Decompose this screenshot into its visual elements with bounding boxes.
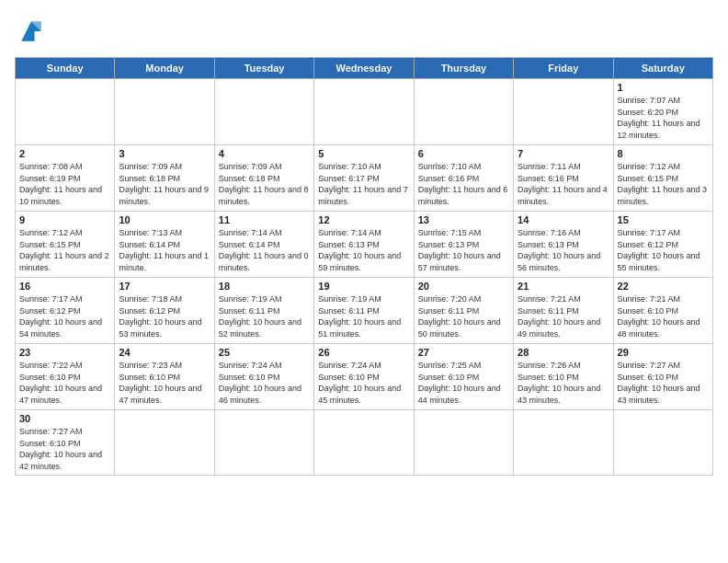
- calendar-cell: 21Sunrise: 7:21 AM Sunset: 6:11 PM Dayli…: [514, 278, 613, 344]
- day-of-week-header: Friday: [514, 58, 613, 79]
- calendar-cell: 23Sunrise: 7:22 AM Sunset: 6:10 PM Dayli…: [16, 344, 115, 410]
- day-info: Sunrise: 7:26 AM Sunset: 6:10 PM Dayligh…: [518, 360, 609, 406]
- day-info: Sunrise: 7:21 AM Sunset: 6:11 PM Dayligh…: [518, 293, 609, 339]
- day-info: Sunrise: 7:12 AM Sunset: 6:15 PM Dayligh…: [19, 227, 110, 273]
- calendar-cell: 4Sunrise: 7:09 AM Sunset: 6:18 PM Daylig…: [214, 145, 313, 212]
- calendar-cell: 16Sunrise: 7:17 AM Sunset: 6:12 PM Dayli…: [16, 278, 115, 344]
- calendar-cell: 18Sunrise: 7:19 AM Sunset: 6:11 PM Dayli…: [214, 278, 313, 344]
- day-info: Sunrise: 7:27 AM Sunset: 6:10 PM Dayligh…: [618, 360, 709, 406]
- day-info: Sunrise: 7:08 AM Sunset: 6:19 PM Dayligh…: [19, 161, 110, 207]
- day-info: Sunrise: 7:23 AM Sunset: 6:10 PM Dayligh…: [119, 360, 210, 406]
- day-of-week-header: Thursday: [414, 58, 513, 79]
- calendar-cell: 1Sunrise: 7:07 AM Sunset: 6:20 PM Daylig…: [613, 79, 712, 145]
- day-number: 27: [418, 347, 509, 358]
- calendar-cell: 8Sunrise: 7:12 AM Sunset: 6:15 PM Daylig…: [613, 145, 712, 212]
- day-number: 11: [219, 214, 310, 225]
- calendar-cell: 13Sunrise: 7:15 AM Sunset: 6:13 PM Dayli…: [414, 212, 513, 278]
- calendar-cell: 30Sunrise: 7:27 AM Sunset: 6:10 PM Dayli…: [16, 410, 115, 476]
- calendar-cell: 2Sunrise: 7:08 AM Sunset: 6:19 PM Daylig…: [16, 145, 115, 212]
- day-number: 21: [518, 281, 609, 292]
- calendar-header-row: SundayMondayTuesdayWednesdayThursdayFrid…: [16, 58, 713, 79]
- day-info: Sunrise: 7:17 AM Sunset: 6:12 PM Dayligh…: [618, 227, 709, 273]
- calendar-cell: 15Sunrise: 7:17 AM Sunset: 6:12 PM Dayli…: [613, 212, 712, 278]
- day-number: 30: [19, 413, 110, 424]
- calendar-cell: 5Sunrise: 7:10 AM Sunset: 6:17 PM Daylig…: [314, 145, 414, 212]
- calendar-week-row: 23Sunrise: 7:22 AM Sunset: 6:10 PM Dayli…: [16, 344, 713, 410]
- day-number: 1: [618, 82, 709, 93]
- day-info: Sunrise: 7:12 AM Sunset: 6:15 PM Dayligh…: [618, 161, 709, 207]
- day-number: 9: [19, 214, 110, 225]
- day-number: 17: [119, 281, 210, 292]
- calendar-week-row: 2Sunrise: 7:08 AM Sunset: 6:19 PM Daylig…: [16, 145, 713, 212]
- generalblue-icon: [15, 15, 48, 48]
- day-info: Sunrise: 7:09 AM Sunset: 6:18 PM Dayligh…: [119, 161, 210, 207]
- day-info: Sunrise: 7:14 AM Sunset: 6:13 PM Dayligh…: [318, 227, 409, 273]
- day-of-week-header: Saturday: [613, 58, 712, 79]
- day-of-week-header: Monday: [115, 58, 214, 79]
- calendar-week-row: 1Sunrise: 7:07 AM Sunset: 6:20 PM Daylig…: [16, 79, 713, 145]
- calendar-cell: 14Sunrise: 7:16 AM Sunset: 6:13 PM Dayli…: [514, 212, 613, 278]
- calendar-week-row: 16Sunrise: 7:17 AM Sunset: 6:12 PM Dayli…: [16, 278, 713, 344]
- day-number: 23: [19, 347, 110, 358]
- day-of-week-header: Sunday: [16, 58, 115, 79]
- day-number: 5: [318, 148, 409, 159]
- day-number: 8: [618, 148, 709, 159]
- day-of-week-header: Tuesday: [214, 58, 313, 79]
- calendar-cell: 20Sunrise: 7:20 AM Sunset: 6:11 PM Dayli…: [414, 278, 513, 344]
- day-number: 7: [518, 148, 609, 159]
- day-info: Sunrise: 7:24 AM Sunset: 6:10 PM Dayligh…: [318, 360, 409, 406]
- calendar-cell: 12Sunrise: 7:14 AM Sunset: 6:13 PM Dayli…: [314, 212, 414, 278]
- day-info: Sunrise: 7:15 AM Sunset: 6:13 PM Dayligh…: [418, 227, 509, 273]
- day-number: 25: [219, 347, 310, 358]
- calendar-cell: [314, 410, 414, 476]
- day-number: 4: [219, 148, 310, 159]
- calendar-cell: [613, 410, 712, 476]
- calendar-cell: 28Sunrise: 7:26 AM Sunset: 6:10 PM Dayli…: [514, 344, 613, 410]
- day-number: 12: [318, 214, 409, 225]
- day-info: Sunrise: 7:10 AM Sunset: 6:16 PM Dayligh…: [418, 161, 509, 207]
- calendar-cell: 9Sunrise: 7:12 AM Sunset: 6:15 PM Daylig…: [16, 212, 115, 278]
- day-number: 15: [618, 214, 709, 225]
- day-number: 28: [518, 347, 609, 358]
- header: [15, 15, 713, 48]
- day-info: Sunrise: 7:25 AM Sunset: 6:10 PM Dayligh…: [418, 360, 509, 406]
- day-info: Sunrise: 7:14 AM Sunset: 6:14 PM Dayligh…: [219, 227, 310, 273]
- day-info: Sunrise: 7:09 AM Sunset: 6:18 PM Dayligh…: [219, 161, 310, 207]
- day-info: Sunrise: 7:18 AM Sunset: 6:12 PM Dayligh…: [119, 293, 210, 339]
- logo: [15, 15, 51, 48]
- calendar-cell: 29Sunrise: 7:27 AM Sunset: 6:10 PM Dayli…: [613, 344, 712, 410]
- calendar-cell: [414, 79, 513, 145]
- calendar-cell: 24Sunrise: 7:23 AM Sunset: 6:10 PM Dayli…: [115, 344, 214, 410]
- day-info: Sunrise: 7:19 AM Sunset: 6:11 PM Dayligh…: [219, 293, 310, 339]
- calendar-cell: 22Sunrise: 7:21 AM Sunset: 6:10 PM Dayli…: [613, 278, 712, 344]
- day-info: Sunrise: 7:22 AM Sunset: 6:10 PM Dayligh…: [19, 360, 110, 406]
- day-number: 26: [318, 347, 409, 358]
- day-number: 6: [418, 148, 509, 159]
- calendar-cell: [214, 79, 313, 145]
- day-number: 24: [119, 347, 210, 358]
- calendar-week-row: 9Sunrise: 7:12 AM Sunset: 6:15 PM Daylig…: [16, 212, 713, 278]
- day-number: 2: [19, 148, 110, 159]
- calendar-cell: 10Sunrise: 7:13 AM Sunset: 6:14 PM Dayli…: [115, 212, 214, 278]
- calendar-cell: 25Sunrise: 7:24 AM Sunset: 6:10 PM Dayli…: [214, 344, 313, 410]
- day-info: Sunrise: 7:07 AM Sunset: 6:20 PM Dayligh…: [618, 95, 709, 141]
- day-number: 20: [418, 281, 509, 292]
- day-info: Sunrise: 7:17 AM Sunset: 6:12 PM Dayligh…: [19, 293, 110, 339]
- calendar-cell: [16, 79, 115, 145]
- calendar-cell: [115, 79, 214, 145]
- calendar-cell: [514, 410, 613, 476]
- day-info: Sunrise: 7:24 AM Sunset: 6:10 PM Dayligh…: [219, 360, 310, 406]
- page: SundayMondayTuesdayWednesdayThursdayFrid…: [0, 0, 728, 563]
- calendar-cell: 3Sunrise: 7:09 AM Sunset: 6:18 PM Daylig…: [115, 145, 214, 212]
- calendar-cell: 11Sunrise: 7:14 AM Sunset: 6:14 PM Dayli…: [214, 212, 313, 278]
- day-info: Sunrise: 7:27 AM Sunset: 6:10 PM Dayligh…: [19, 426, 110, 472]
- calendar-cell: [414, 410, 513, 476]
- day-info: Sunrise: 7:10 AM Sunset: 6:17 PM Dayligh…: [318, 161, 409, 207]
- calendar-cell: 6Sunrise: 7:10 AM Sunset: 6:16 PM Daylig…: [414, 145, 513, 212]
- day-number: 29: [618, 347, 709, 358]
- calendar-cell: [214, 410, 313, 476]
- day-info: Sunrise: 7:13 AM Sunset: 6:14 PM Dayligh…: [119, 227, 210, 273]
- day-number: 14: [518, 214, 609, 225]
- day-info: Sunrise: 7:19 AM Sunset: 6:11 PM Dayligh…: [318, 293, 409, 339]
- calendar-cell: 26Sunrise: 7:24 AM Sunset: 6:10 PM Dayli…: [314, 344, 414, 410]
